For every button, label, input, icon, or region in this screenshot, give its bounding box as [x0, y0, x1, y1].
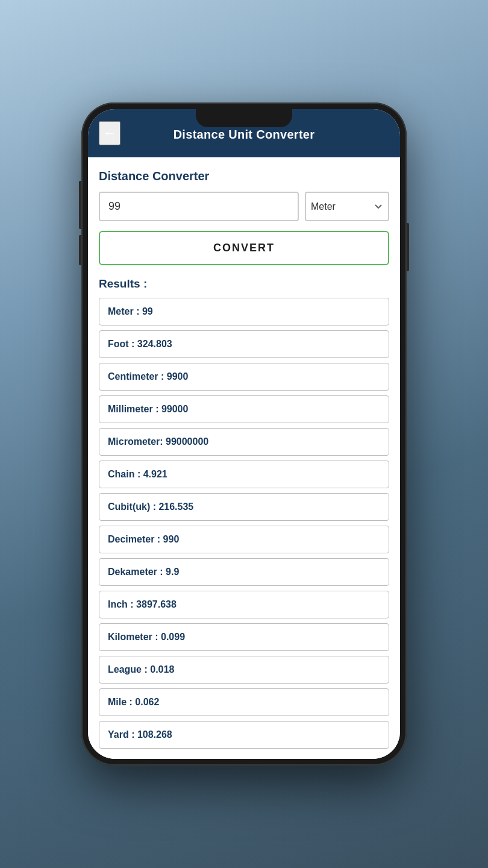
result-yard: Yard : 108.268 — [99, 721, 389, 749]
result-micrometer: Micrometer: 99000000 — [99, 428, 389, 456]
result-chain: Chain : 4.921 — [99, 461, 389, 488]
unit-select[interactable]: Meter Foot Centimeter Millimeter Microme… — [305, 192, 389, 221]
section-title: Distance Converter — [99, 169, 389, 183]
result-mile: Mile : 0.062 — [99, 688, 389, 716]
result-league: League : 0.018 — [99, 656, 389, 684]
result-dekameter: Dekameter : 9.9 — [99, 558, 389, 586]
result-kilometer: Kilometer : 0.099 — [99, 623, 389, 651]
result-decimeter: Decimeter : 990 — [99, 526, 389, 553]
power-button — [407, 223, 409, 271]
value-input[interactable] — [99, 192, 299, 221]
volume-up-button — [79, 199, 81, 229]
convert-button[interactable]: CONVERT — [99, 231, 389, 265]
results-label: Results : — [99, 277, 389, 291]
volume-down-button — [79, 235, 81, 265]
result-millimeter: Millimeter : 99000 — [99, 395, 389, 423]
header-title: Distance Unit Converter — [174, 128, 315, 142]
result-centimeter: Centimeter : 9900 — [99, 363, 389, 391]
phone-notch — [196, 109, 292, 127]
input-row: Meter Foot Centimeter Millimeter Microme… — [99, 192, 389, 221]
result-cubit: Cubit(uk) : 216.535 — [99, 493, 389, 521]
phone-frame: ← Distance Unit Converter Distance Conve… — [81, 102, 407, 766]
back-button[interactable]: ← — [99, 121, 120, 145]
result-inch: Inch : 3897.638 — [99, 591, 389, 618]
result-meter: Meter : 99 — [99, 298, 389, 326]
app-content: Distance Converter Meter Foot Centimeter… — [88, 157, 400, 759]
phone-screen: ← Distance Unit Converter Distance Conve… — [88, 109, 400, 759]
result-foot: Foot : 324.803 — [99, 330, 389, 358]
silent-button — [79, 181, 81, 202]
